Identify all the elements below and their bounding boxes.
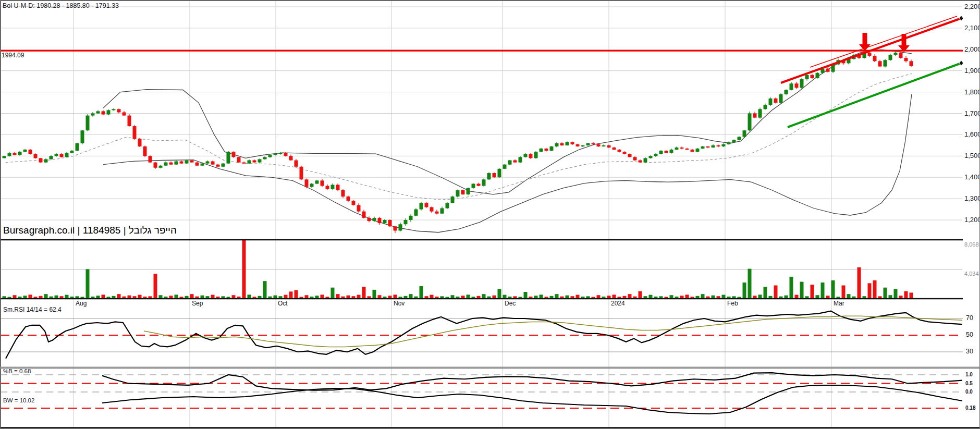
price-axis-label: 1,800: [964, 88, 980, 96]
price-axis-label: 2,100: [964, 24, 980, 32]
bw-level-label: 0.18: [965, 405, 975, 411]
price-axis-label: 1,400: [964, 173, 980, 181]
price-axis-label: 2,000: [964, 45, 980, 53]
price-axis-label: 1,600: [964, 130, 980, 138]
price-axis-label: 1,500: [964, 152, 980, 160]
month-label: Feb: [727, 300, 738, 307]
month-label: Sep: [192, 300, 203, 307]
price-axis-label: 1,900: [964, 67, 980, 75]
month-label: Aug: [76, 300, 87, 307]
month-label: Nov: [394, 300, 405, 307]
volume-axis-label: 4,034: [964, 271, 979, 277]
pb-level-label: 1.0: [965, 372, 973, 377]
price-axis-label: 1,300: [964, 194, 980, 202]
trendline-end-marker: [959, 16, 963, 21]
bursagraph-chart[interactable]: Bol U-M-D: 1980.28 - 1885.80 - 1791.33 1…: [0, 0, 980, 429]
support-price-label: 1994.09: [2, 52, 24, 59]
bollinger-bands: [6, 50, 912, 232]
rsi-level-label: 70: [966, 314, 973, 322]
down-arrow-icon: [859, 33, 871, 51]
month-label: Dec: [505, 300, 516, 307]
month-label: 2024: [611, 300, 625, 307]
rsi-level-label: 30: [966, 348, 973, 355]
pb-level-label: 0.0: [965, 389, 973, 395]
pb-level-label: 0.5: [965, 381, 973, 386]
rsi-smooth-curve: [144, 316, 962, 347]
candlesticks: [3, 51, 913, 233]
percent-b-panel-label: %B = 0.68: [3, 368, 31, 374]
price-axis-label: 1,200: [964, 216, 980, 224]
month-label: Oct: [278, 300, 288, 307]
bw-curve: [102, 385, 962, 414]
watermark-text: Bursagraph.co.il | 1184985 | הייפר גלובל: [3, 225, 177, 236]
trendline-end-marker: [959, 60, 963, 66]
price-axis-label: 1,700: [964, 109, 980, 117]
month-label: Mar: [834, 300, 844, 307]
percent-b-curve: [102, 373, 962, 390]
price-axis-label: 2,200: [964, 3, 980, 10]
rsi-level-label: 50: [966, 331, 973, 338]
trendlines: [781, 16, 963, 127]
gridlines: [1, 1, 962, 427]
rsi-panel-label: Sm.RSI 14/14 = 62.4: [3, 306, 62, 313]
bollinger-values-label: Bol U-M-D: 1980.28 - 1885.80 - 1791.33: [3, 2, 119, 9]
volume-axis-label: 8,068: [964, 241, 979, 248]
bw-panel-label: BW = 10.02: [3, 397, 34, 403]
indicator-levels: [1, 318, 963, 408]
chart-canvas[interactable]: [1, 1, 980, 429]
